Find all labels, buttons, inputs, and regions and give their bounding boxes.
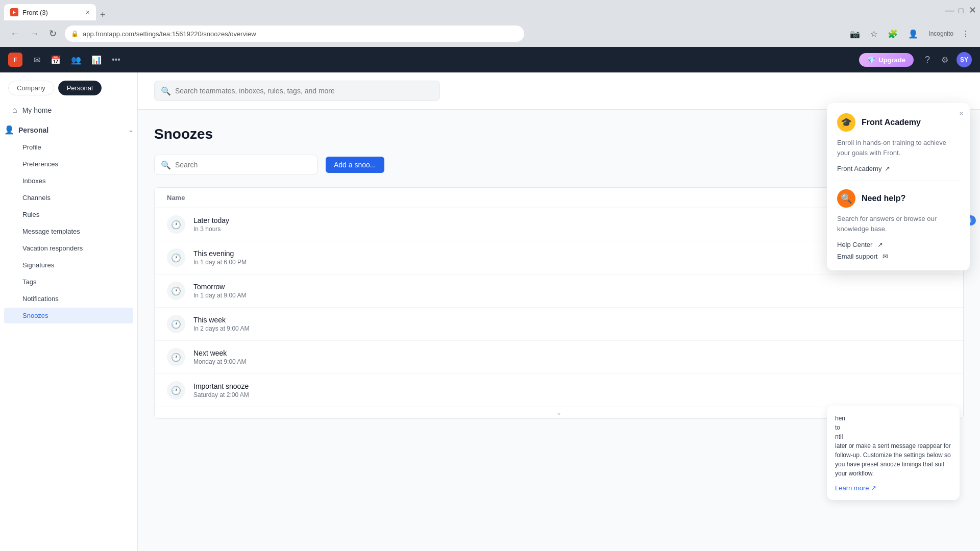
personal-icon: 👤: [4, 125, 14, 135]
upgrade-label: Upgrade: [878, 56, 905, 64]
back-button[interactable]: ←: [8, 27, 21, 41]
snooze-name: Tomorrow: [193, 283, 246, 291]
sidebar-item-notifications[interactable]: Notifications: [4, 291, 133, 307]
sidebar-item-vacation-responders[interactable]: Vacation responders: [4, 240, 133, 256]
analytics-icon[interactable]: 📊: [88, 52, 105, 68]
front-academy-description: Enroll in hands-on training to achieve y…: [837, 138, 960, 158]
sidebar-item-profile[interactable]: Profile: [4, 139, 133, 155]
snooze-time: In 3 hours: [193, 226, 229, 233]
sidebar-item-snoozes[interactable]: Snoozes: [4, 308, 133, 323]
table-row[interactable]: 🕐 Important snooze Saturday at 2:00 AM: [155, 374, 963, 407]
snooze-time: In 1 day at 9:00 AM: [193, 292, 246, 299]
sidebar-tabs: Company Personal: [0, 72, 137, 99]
bookmark-icon[interactable]: ☆: [868, 27, 879, 41]
reload-button[interactable]: ↻: [47, 26, 59, 41]
active-tab[interactable]: F Front (3) ×: [4, 4, 96, 20]
need-help-title: Need help?: [862, 194, 905, 203]
company-tab[interactable]: Company: [8, 81, 54, 95]
extensions-icon[interactable]: 🧩: [886, 27, 900, 41]
search-icon: 🔍: [161, 86, 171, 96]
snooze-search-bar[interactable]: 🔍: [154, 155, 317, 175]
minimize-button[interactable]: —: [946, 7, 953, 14]
sidebar-item-rules[interactable]: Rules: [4, 207, 133, 222]
learn-more-link[interactable]: Learn more ↗: [835, 484, 951, 492]
app-logo: F: [8, 53, 22, 67]
calendar-icon[interactable]: 📅: [47, 52, 64, 68]
url-text: app.frontapp.com/settings/tea:15619220/s…: [83, 30, 256, 38]
tab-favicon: F: [10, 8, 18, 16]
address-bar-row: ← → ↻ 🔒 app.frontapp.com/settings/tea:15…: [0, 20, 980, 47]
home-icon: ⌂: [12, 106, 17, 115]
contacts-icon[interactable]: 👥: [68, 52, 84, 68]
snooze-explanation-text: hentontillater or make a sent message re…: [835, 414, 951, 478]
tab-label: Front (3): [22, 9, 48, 16]
search-icon: 🔍: [161, 160, 171, 170]
email-support-link[interactable]: Email support ✉: [837, 253, 960, 260]
app-header: F ✉ 📅 👥 📊 ••• 💎 Upgrade ? ⚙ SY: [0, 47, 980, 72]
my-home-label: My home: [22, 106, 52, 114]
inbox-icon[interactable]: ✉: [31, 52, 43, 68]
profile-icon[interactable]: 👤: [906, 27, 920, 41]
sidebar-item-preferences[interactable]: Preferences: [4, 156, 133, 172]
camera-off-icon[interactable]: 📷: [848, 27, 862, 41]
settings-icon[interactable]: ⚙: [941, 55, 948, 65]
header-icons: ✉ 📅 👥 📊 •••: [31, 52, 124, 68]
main-layout: Company Personal ⌂ My home 👤 Personal ⌄ …: [0, 72, 980, 551]
snooze-search-input[interactable]: [175, 161, 264, 169]
new-tab-button[interactable]: +: [96, 10, 110, 20]
incognito-label: Incognito: [928, 30, 953, 37]
need-help-header: 🔍 Need help?: [837, 189, 960, 208]
more-options-icon[interactable]: ⋮: [960, 27, 972, 41]
forward-button[interactable]: →: [28, 27, 41, 41]
add-snooze-button[interactable]: Add a snoo...: [326, 157, 384, 173]
close-popup-button[interactable]: ×: [959, 109, 964, 118]
snooze-time: In 2 days at 9:00 AM: [193, 325, 249, 332]
user-avatar[interactable]: SY: [957, 52, 972, 67]
personal-section-header[interactable]: 👤 Personal ⌄: [0, 121, 137, 139]
sidebar-item-message-templates[interactable]: Message templates: [4, 223, 133, 239]
browser-tabs: F Front (3) × +: [4, 0, 110, 20]
snooze-time: Saturday at 2:00 AM: [193, 391, 249, 398]
table-row[interactable]: 🕐 This week In 2 days at 9:00 AM: [155, 308, 963, 341]
front-academy-popup: 🎓 Front Academy Enroll in hands-on train…: [827, 103, 970, 270]
sidebar-item-tags[interactable]: Tags: [4, 274, 133, 290]
snooze-info: This week In 2 days at 9:00 AM: [193, 316, 249, 332]
popup-divider: [837, 181, 960, 181]
snooze-clock-icon: 🕐: [167, 282, 185, 300]
address-bar[interactable]: 🔒 app.frontapp.com/settings/tea:15619220…: [65, 26, 524, 42]
browser-toolbar: 📷 ☆ 🧩 👤 Incognito ⋮: [848, 27, 972, 41]
more-icon[interactable]: •••: [109, 52, 124, 67]
window-controls: — ◻ ✕: [946, 7, 976, 14]
snooze-info: This evening In 1 day at 6:00 PM: [193, 249, 247, 266]
maximize-button[interactable]: ◻: [958, 7, 965, 14]
help-search-icon: 🔍: [837, 189, 855, 208]
snooze-info: Tomorrow In 1 day at 9:00 AM: [193, 283, 246, 299]
help-center-link[interactable]: Help Center ↗: [837, 241, 960, 248]
snooze-clock-icon: 🕐: [167, 348, 185, 366]
sidebar-item-my-home[interactable]: ⌂ My home: [4, 101, 133, 120]
front-academy-link[interactable]: Front Academy ↗: [837, 165, 960, 172]
front-academy-link-label: Front Academy: [837, 165, 881, 172]
snooze-time: In 1 day at 6:00 PM: [193, 259, 247, 266]
upgrade-button[interactable]: 💎 Upgrade: [859, 53, 914, 67]
close-window-button[interactable]: ✕: [969, 7, 976, 14]
table-row[interactable]: 🕐 Tomorrow In 1 day at 9:00 AM: [155, 274, 963, 308]
global-search-bar[interactable]: 🔍: [154, 81, 440, 101]
email-support-label: Email support: [837, 253, 877, 260]
front-academy-title: Front Academy: [862, 118, 921, 127]
table-row[interactable]: 🕐 Next week Monday at 9:00 AM: [155, 341, 963, 374]
sidebar-item-signatures[interactable]: Signatures: [4, 257, 133, 273]
content-area: 🔍 Snoozes 🔍 Add a snoo... Name: [138, 72, 980, 551]
sidebar-item-inboxes[interactable]: Inboxes: [4, 173, 133, 189]
tab-close-button[interactable]: ×: [86, 8, 90, 16]
help-icon[interactable]: ?: [922, 52, 933, 68]
column-name: Name: [167, 194, 185, 202]
search-input[interactable]: [175, 87, 433, 95]
personal-tab[interactable]: Personal: [58, 81, 102, 95]
email-icon: ✉: [883, 253, 888, 260]
need-help-description: Search for answers or browse our knowled…: [837, 214, 960, 234]
snooze-clock-icon: 🕐: [167, 248, 185, 267]
sidebar-item-channels[interactable]: Channels: [4, 190, 133, 206]
snooze-info: Important snooze Saturday at 2:00 AM: [193, 382, 249, 398]
snooze-name: Important snooze: [193, 382, 249, 390]
